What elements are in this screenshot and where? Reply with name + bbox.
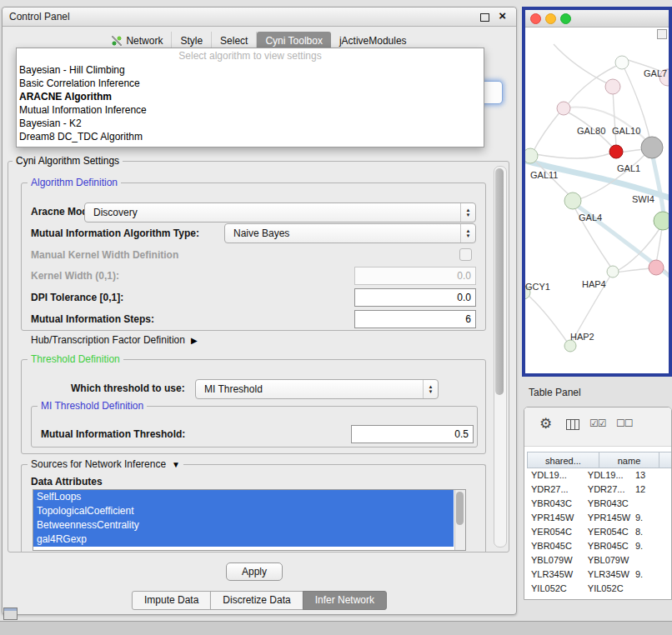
column-header-extra[interactable] (659, 452, 672, 468)
table-row[interactable]: YDL19...YDL19...13 (528, 468, 671, 482)
table-row[interactable]: YDR27...YDR27...12 (528, 482, 671, 497)
network-node[interactable] (605, 79, 620, 94)
mi-type-select[interactable]: Naive Bayes ▲▼ (224, 223, 476, 243)
close-traffic-light-icon[interactable] (530, 13, 541, 24)
algorithm-option-bayesian-k2[interactable]: Bayesian - K2 (17, 117, 484, 130)
dropdown-prompt: Select algorithm to view settings (17, 48, 484, 63)
expand-arrow-icon[interactable]: ▶ (191, 336, 198, 345)
close-icon[interactable]: × (499, 8, 506, 22)
network-node[interactable] (564, 340, 576, 352)
attribute-item-topologicalcoefficient[interactable]: TopologicalCoefficient (33, 504, 454, 518)
dpi-tolerance-input[interactable] (354, 288, 476, 307)
attribute-item-gal4rgexp[interactable]: gal4RGexp (33, 532, 454, 547)
node-label-gal4: GAL4 (579, 212, 602, 222)
combo-arrows-icon: ▲▼ (460, 224, 475, 242)
column-header-name[interactable]: name (599, 452, 659, 468)
algorithm-option-basic-correlation-inference[interactable]: Basic Correlation Inference (17, 77, 484, 90)
table-cell: 9. (632, 568, 671, 582)
data-attributes-list[interactable]: SelfLoopsTopologicalCoefficientBetweenne… (33, 489, 466, 551)
network-node[interactable] (564, 192, 581, 209)
table-body: YDL19...YDL19...13YDR27...YDR27...12YBR0… (528, 468, 671, 599)
algorithm-option-dream8-dc-tdc-algorithm[interactable]: Dream8 DC_TDC Algorithm (17, 130, 484, 143)
tab-impute-data[interactable]: Impute Data (132, 591, 211, 610)
hub-section-toggle[interactable]: Hub/Transcription Factor Definition ▶ (31, 334, 198, 346)
select-all-icon[interactable]: ☑☑ (589, 418, 606, 429)
network-node[interactable] (609, 145, 623, 158)
table-row[interactable]: YIL052CYIL052C (528, 582, 671, 596)
apply-button[interactable]: Apply (226, 562, 283, 581)
tab-discretize-data[interactable]: Discretize Data (210, 591, 303, 610)
column-header-shared[interactable]: shared... (527, 452, 599, 468)
control-panel-titlebar[interactable]: Control Panel × (3, 8, 516, 27)
table-row[interactable]: YPR145WYPR145W9. (528, 511, 671, 525)
table-cell: 13 (632, 468, 671, 482)
algorithm-option-aracne-algorithm[interactable]: ARACNE Algorithm (17, 90, 484, 103)
table-cell: 9. (632, 539, 671, 553)
collapse-arrow-icon[interactable]: ▼ (172, 460, 180, 469)
algorithm-option-mutual-information-inference[interactable]: Mutual Information Inference (17, 103, 484, 117)
table-cell: YBL079W (584, 553, 632, 568)
table-cell: YDR27... (528, 482, 584, 497)
hub-section-label: Hub/Transcription Factor Definition (31, 334, 185, 346)
dpi-tolerance-label: DPI Tolerance [0,1]: (31, 292, 123, 303)
network-node[interactable] (654, 212, 669, 230)
deselect-all-icon[interactable]: ☐☐ (616, 418, 633, 429)
control-panel-window: Control Panel × NetworkStyleSelectCyni T… (2, 7, 517, 615)
table-row[interactable]: YBR045CYBR045C9. (528, 539, 671, 553)
hidden-panel-icon[interactable] (3, 608, 18, 620)
data-attributes-label: Data Attributes (31, 476, 103, 488)
node-label-hap4: HAP4 (582, 279, 606, 289)
network-window-titlebar[interactable] (525, 10, 669, 28)
table-cell (632, 582, 671, 596)
table-header-row: shared...name (528, 452, 672, 468)
tab-infer-network[interactable]: Infer Network (303, 591, 387, 610)
table-row[interactable]: YER054CYER054C8. (528, 525, 671, 539)
network-node[interactable] (557, 102, 570, 115)
tab-label: Network (126, 35, 163, 47)
minimize-traffic-light-icon[interactable] (545, 13, 556, 24)
node-label-gal7: GAL7 (644, 68, 667, 78)
network-node[interactable] (607, 266, 619, 278)
network-node[interactable] (649, 260, 664, 275)
kernel-width-input (354, 267, 476, 285)
node-label-gal11: GAL11 (530, 170, 558, 180)
node-label-hap2: HAP2 (570, 332, 594, 342)
aracne-mode-select[interactable]: Discovery ▲▼ (84, 202, 476, 222)
network-node[interactable] (641, 137, 663, 158)
sources-section-label: Sources for Network Inference (31, 458, 166, 470)
tab-label: Cyni Toolbox (265, 35, 322, 47)
algorithm-option-bayesian-hill-climbing[interactable]: Bayesian - Hill Climbing (17, 63, 484, 77)
dropdown-items: Bayesian - Hill ClimbingBasic Correlatio… (17, 63, 484, 143)
table-row[interactable]: YLR345WYLR345W9. (528, 568, 671, 582)
attributes-scrollbar[interactable] (454, 490, 465, 550)
network-canvas[interactable]: GAL80GAL10GAL11GAL1SWI4GAL4GCY1HAP4HAP2G… (525, 28, 669, 373)
combo-arrows-icon: ▲▼ (460, 203, 475, 222)
network-node[interactable] (525, 148, 538, 163)
app-root: Control Panel × NetworkStyleSelectCyni T… (0, 0, 672, 635)
control-panel-title: Control Panel (9, 11, 70, 22)
settings-scrollbar[interactable] (494, 166, 507, 548)
network-toolbar-fragment[interactable] (657, 29, 667, 39)
attribute-item-betweennesscentrality[interactable]: BetweennessCentrality (33, 518, 454, 532)
which-threshold-value: MI Threshold (204, 383, 263, 395)
mi-threshold-input[interactable] (351, 425, 474, 443)
table-cell: 9. (632, 511, 671, 525)
mi-steps-input[interactable] (354, 310, 476, 328)
float-window-icon[interactable] (480, 13, 489, 22)
gear-icon[interactable]: ⚙ (539, 415, 552, 432)
attributes-scrollbar-thumb[interactable] (456, 492, 464, 525)
settings-scrollbar-thumb[interactable] (495, 168, 504, 395)
column-selector-icon[interactable] (566, 419, 579, 430)
mi-threshold-group-title: MI Threshold Definition (38, 400, 147, 412)
which-threshold-label: Which threshold to use: (71, 382, 185, 394)
which-threshold-select[interactable]: MI Threshold ▲▼ (195, 379, 439, 399)
sources-section-toggle[interactable]: Sources for Network Inference ▼ (28, 458, 183, 470)
table-toolbar: ⚙ ☑☑ ☐☐ (524, 408, 671, 447)
table-cell (632, 497, 671, 511)
attribute-item-selfloops[interactable]: SelfLoops (33, 490, 454, 504)
network-node[interactable] (615, 56, 629, 69)
table-row[interactable]: YBL079WYBL079W (528, 553, 671, 568)
zoom-traffic-light-icon[interactable] (560, 13, 571, 24)
table-cell: 8. (632, 525, 671, 539)
table-row[interactable]: YBR043CYBR043C (528, 497, 671, 511)
